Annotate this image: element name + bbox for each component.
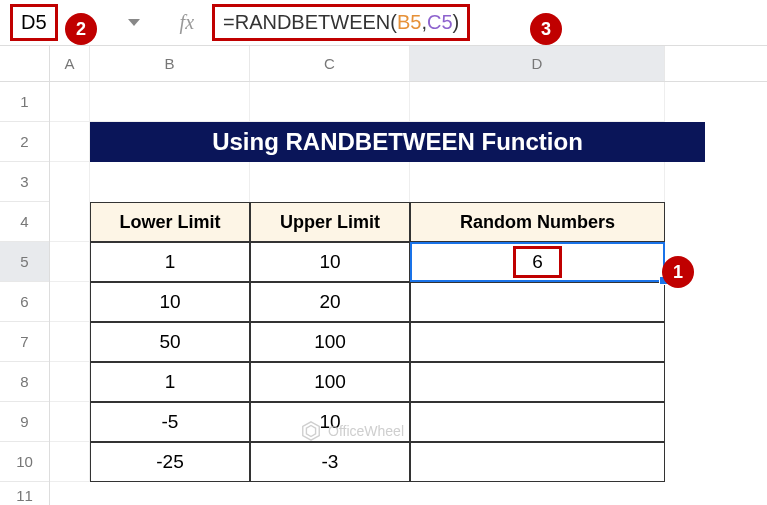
cell-lower[interactable]: -5 xyxy=(90,402,250,442)
cell[interactable] xyxy=(410,82,665,122)
cell[interactable] xyxy=(90,162,250,202)
officewheel-logo-icon xyxy=(300,420,322,442)
select-all-corner[interactable] xyxy=(0,46,49,82)
cell[interactable] xyxy=(50,242,90,282)
watermark: OfficeWheel xyxy=(300,420,404,442)
cell[interactable] xyxy=(50,162,90,202)
cell[interactable] xyxy=(50,202,90,242)
formula-bar: D5 fx =RANDBETWEEN(B5,C5) xyxy=(0,0,767,46)
cell-random[interactable] xyxy=(410,282,665,322)
grid-area: A B C D Using RANDBETWEEN Function xyxy=(50,46,767,505)
cell[interactable] xyxy=(50,362,90,402)
table-row: 1 10 6 xyxy=(50,242,767,282)
cell[interactable] xyxy=(90,82,250,122)
cell-lower[interactable]: 50 xyxy=(90,322,250,362)
annotation-step-1: 1 xyxy=(662,256,694,288)
cell-lower[interactable]: -25 xyxy=(90,442,250,482)
cell-upper[interactable]: 100 xyxy=(250,362,410,402)
row-header-8[interactable]: 8 xyxy=(0,362,49,402)
cell-upper[interactable]: 20 xyxy=(250,282,410,322)
svg-marker-0 xyxy=(303,422,320,440)
col-header-a[interactable]: A xyxy=(50,46,90,81)
row-header-6[interactable]: 6 xyxy=(0,282,49,322)
grid-row xyxy=(50,162,767,202)
row-header-7[interactable]: 7 xyxy=(0,322,49,362)
cell-lower[interactable]: 10 xyxy=(90,282,250,322)
cell[interactable] xyxy=(410,162,665,202)
cell[interactable] xyxy=(50,402,90,442)
header-random-numbers[interactable]: Random Numbers xyxy=(410,202,665,242)
cell-lower[interactable]: 1 xyxy=(90,242,250,282)
cell-random[interactable] xyxy=(410,362,665,402)
svg-marker-1 xyxy=(306,426,315,437)
row-header-10[interactable]: 10 xyxy=(0,442,49,482)
cell-random[interactable] xyxy=(410,402,665,442)
table-row: -5 10 xyxy=(50,402,767,442)
row-header-5[interactable]: 5 xyxy=(0,242,49,282)
title-cell[interactable]: Using RANDBETWEEN Function xyxy=(90,122,705,162)
row-header-4[interactable]: 4 xyxy=(0,202,49,242)
col-header-d[interactable]: D xyxy=(410,46,665,81)
row-headers: 1 2 3 4 5 6 7 8 9 10 11 xyxy=(0,46,50,505)
cell[interactable] xyxy=(50,122,90,162)
table-row: -25 -3 xyxy=(50,442,767,482)
formula-input[interactable]: =RANDBETWEEN(B5,C5) xyxy=(212,4,470,41)
cell-upper[interactable]: -3 xyxy=(250,442,410,482)
column-headers: A B C D xyxy=(50,46,767,82)
col-header-b[interactable]: B xyxy=(90,46,250,81)
cell[interactable] xyxy=(50,282,90,322)
header-upper-limit[interactable]: Upper Limit xyxy=(250,202,410,242)
header-lower-limit[interactable]: Lower Limit xyxy=(90,202,250,242)
grid-row: Lower Limit Upper Limit Random Numbers xyxy=(50,202,767,242)
cell[interactable] xyxy=(250,162,410,202)
cell-upper[interactable]: 10 xyxy=(250,242,410,282)
row-header-3[interactable]: 3 xyxy=(0,162,49,202)
cell[interactable] xyxy=(250,82,410,122)
cell[interactable] xyxy=(50,322,90,362)
watermark-text: OfficeWheel xyxy=(328,423,404,439)
annotation-step-3: 3 xyxy=(530,13,562,45)
cell-random[interactable] xyxy=(410,322,665,362)
row-header-1[interactable]: 1 xyxy=(0,82,49,122)
table-row: 50 100 xyxy=(50,322,767,362)
cell-random-selected[interactable]: 6 xyxy=(410,242,665,282)
fx-label: fx xyxy=(180,11,194,34)
name-box[interactable]: D5 xyxy=(10,4,58,41)
highlighted-result: 6 xyxy=(513,246,562,278)
row-header-9[interactable]: 9 xyxy=(0,402,49,442)
name-box-dropdown-icon[interactable] xyxy=(128,19,140,26)
cell[interactable] xyxy=(50,442,90,482)
cell-random[interactable] xyxy=(410,442,665,482)
row-header-11[interactable]: 11 xyxy=(0,482,49,505)
cell-lower[interactable]: 1 xyxy=(90,362,250,402)
cell[interactable] xyxy=(50,82,90,122)
grid-row xyxy=(50,82,767,122)
cell-upper[interactable]: 100 xyxy=(250,322,410,362)
col-header-c[interactable]: C xyxy=(250,46,410,81)
table-row: 1 100 xyxy=(50,362,767,402)
row-header-2[interactable]: 2 xyxy=(0,122,49,162)
table-row: 10 20 xyxy=(50,282,767,322)
annotation-step-2: 2 xyxy=(65,13,97,45)
grid-row: Using RANDBETWEEN Function xyxy=(50,122,767,162)
